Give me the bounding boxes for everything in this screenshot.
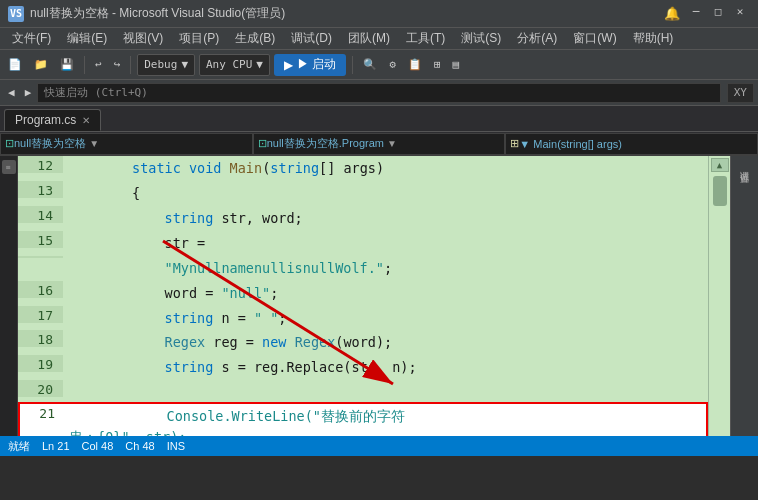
window-title: null替换为空格 - Microsoft Visual Studio(管理员) xyxy=(30,5,285,22)
maximize-button[interactable]: □ xyxy=(708,3,728,21)
gutter-icon-1: ≡ xyxy=(2,160,16,174)
separator-1 xyxy=(84,56,85,74)
menu-analyze[interactable]: 分析(A) xyxy=(509,28,565,49)
menu-window[interactable]: 窗口(W) xyxy=(565,28,624,49)
play-icon: ▶ xyxy=(284,58,293,72)
cpu-config-dropdown[interactable]: Any CPU ▼ xyxy=(199,54,270,76)
code-line-14: 14 string str, word; xyxy=(18,206,708,231)
menu-debug[interactable]: 调试(D) xyxy=(283,28,340,49)
minimize-button[interactable]: ─ xyxy=(686,3,706,21)
code-line-19: 19 string s = reg.Replace(str, n); xyxy=(18,355,708,380)
line-num-14: 14 xyxy=(18,206,63,223)
line-content-12: static void Main(string[] args) xyxy=(63,156,708,181)
line-num-15b xyxy=(18,256,63,258)
code-line-13: 13 { xyxy=(18,181,708,206)
line-content-14: string str, word; xyxy=(63,206,708,231)
code-line-15b: "MynullnamenullisnullWolf."; xyxy=(18,256,708,281)
open-button[interactable]: 📁 xyxy=(30,54,52,76)
method-icon: ⊞ xyxy=(510,137,519,150)
undo-button[interactable]: ↩ xyxy=(91,54,106,76)
status-line: Ln 21 xyxy=(42,440,70,452)
line-content-21b: 串：{0}", str); xyxy=(20,429,706,436)
back-button[interactable]: ◀ xyxy=(4,82,19,104)
menu-bar: 文件(F) 编辑(E) 视图(V) 项目(P) 生成(B) 调试(D) 团队(M… xyxy=(0,28,758,50)
menu-tools[interactable]: 工具(T) xyxy=(398,28,453,49)
menu-test[interactable]: 测试(S) xyxy=(453,28,509,49)
debug-config-dropdown[interactable]: Debug ▼ xyxy=(137,54,195,76)
nav-bar: ⊡ null替换为空格 ▼ ⊡ null替换为空格.Program ▼ ⊞ ▼ … xyxy=(0,132,758,156)
class-selector[interactable]: ⊡ null替换为空格.Program ▼ xyxy=(253,133,506,155)
toolbar-btn-4[interactable]: ▤ xyxy=(449,54,464,76)
line-content-15b: "MynullnamenullisnullWolf."; xyxy=(63,256,708,281)
new-file-button[interactable]: 📄 xyxy=(4,54,26,76)
nav-arrow-1: ▼ xyxy=(86,138,102,149)
status-col: Col 48 xyxy=(82,440,114,452)
code-line-21: 21 Console.WriteLine("替换前的字符 串：{0}", str… xyxy=(18,402,708,436)
method-selector[interactable]: ⊞ ▼ Main(string[] args) xyxy=(505,133,758,155)
redo-button[interactable]: ↪ xyxy=(110,54,125,76)
code-editor[interactable]: 12 static void Main(string[] args) 13 { … xyxy=(18,156,708,436)
quick-search-bar[interactable]: 快速启动 (Ctrl+Q) xyxy=(37,83,721,103)
editor-container: ≡ 12 static void Main(string[] args) 13 … xyxy=(0,156,758,436)
main-toolbar: 📄 📁 💾 ↩ ↪ Debug ▼ Any CPU ▼ ▶ ▶ 启动 🔍 ⚙ 📋… xyxy=(0,50,758,80)
close-button[interactable]: ✕ xyxy=(730,3,750,21)
tab-label: Program.cs xyxy=(15,113,76,127)
code-line-17: 17 string n = " "; xyxy=(18,306,708,331)
line-num-13: 13 xyxy=(18,181,63,198)
class-label: null替换为空格.Program xyxy=(267,136,384,151)
namespace-icon: ⊡ xyxy=(5,137,14,150)
tab-program-cs[interactable]: Program.cs ✕ xyxy=(4,109,101,131)
search-icon[interactable]: 🔍 xyxy=(359,54,381,76)
nav-arrow-2: ▼ xyxy=(384,138,400,149)
line-content-18: Regex reg = new Regex(word); xyxy=(63,330,708,355)
menu-project[interactable]: 项目(P) xyxy=(171,28,227,49)
status-ins: INS xyxy=(167,440,185,452)
line-num-21: 21 xyxy=(20,404,65,421)
code-line-12: 12 static void Main(string[] args) xyxy=(18,156,708,181)
window-controls: 🔔 ─ □ ✕ xyxy=(660,3,750,25)
toolbar-btn-2[interactable]: 📋 xyxy=(404,54,426,76)
notification-icon[interactable]: 🔔 xyxy=(660,3,684,25)
secondary-toolbar: ◀ ▶ 快速启动 (Ctrl+Q) XY xyxy=(0,80,758,106)
line-content-17: string n = " "; xyxy=(63,306,708,331)
line-content-21a: Console.WriteLine("替换前的字符 xyxy=(65,404,706,429)
start-button[interactable]: ▶ ▶ 启动 xyxy=(274,54,346,76)
search-placeholder: 快速启动 (Ctrl+Q) xyxy=(44,85,148,100)
line-content-20 xyxy=(63,380,708,384)
menu-help[interactable]: 帮助(H) xyxy=(625,28,682,49)
line-num-20: 20 xyxy=(18,380,63,397)
left-gutter: ≡ xyxy=(0,156,18,436)
toolbar-btn-3[interactable]: ⊞ xyxy=(430,54,445,76)
line-content-13: { xyxy=(63,181,708,206)
scroll-up-button[interactable]: ▲ xyxy=(711,158,729,172)
toolbar-btn-1[interactable]: ⚙ xyxy=(385,54,400,76)
menu-build[interactable]: 生成(B) xyxy=(227,28,283,49)
namespace-selector[interactable]: ⊡ null替换为空格 ▼ xyxy=(0,133,253,155)
right-scrollbar[interactable]: ▲ xyxy=(708,156,730,436)
tab-bar: Program.cs ✕ xyxy=(0,106,758,132)
code-line-16: 16 word = "null"; xyxy=(18,281,708,306)
status-ch: Ch 48 xyxy=(125,440,154,452)
line-num-17: 17 xyxy=(18,306,63,323)
menu-file[interactable]: 文件(F) xyxy=(4,28,59,49)
menu-view[interactable]: 视图(V) xyxy=(115,28,171,49)
scroll-thumb[interactable] xyxy=(713,176,727,206)
menu-team[interactable]: 团队(M) xyxy=(340,28,398,49)
line-content-15: str = xyxy=(63,231,708,256)
code-line-15: 15 str = xyxy=(18,231,708,256)
line-content-19: string s = reg.Replace(str, n); xyxy=(63,355,708,380)
code-line-18: 18 Regex reg = new Regex(word); xyxy=(18,330,708,355)
forward-button[interactable]: ▶ xyxy=(21,82,36,104)
tab-close-icon[interactable]: ✕ xyxy=(82,115,90,126)
code-line-20: 20 xyxy=(18,380,708,402)
class-icon: ⊡ xyxy=(258,137,267,150)
status-bar: 就绪 Ln 21 Col 48 Ch 48 INS xyxy=(0,436,758,456)
separator-2 xyxy=(130,56,131,74)
title-bar-left: VS null替换为空格 - Microsoft Visual Studio(管… xyxy=(8,5,285,22)
line-content-16: word = "null"; xyxy=(63,281,708,306)
save-button[interactable]: 💾 xyxy=(56,54,78,76)
title-bar: VS null替换为空格 - Microsoft Visual Studio(管… xyxy=(0,0,758,28)
namespace-label: null替换为空格 xyxy=(14,136,86,151)
far-right-label: 调试位置 xyxy=(738,164,751,168)
menu-edit[interactable]: 编辑(E) xyxy=(59,28,115,49)
